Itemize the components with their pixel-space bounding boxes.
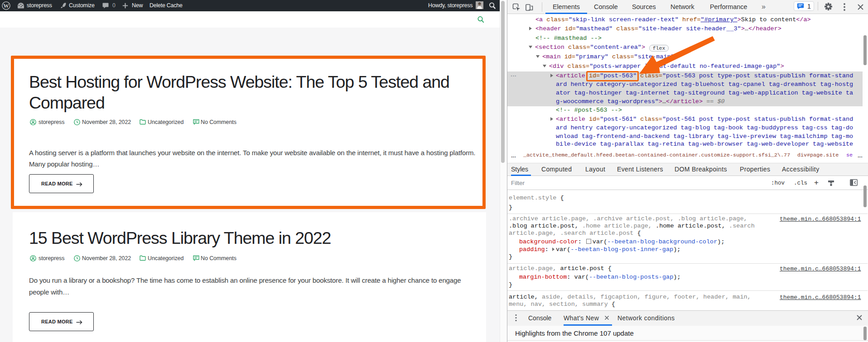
svg-text:W: W: [3, 3, 9, 9]
